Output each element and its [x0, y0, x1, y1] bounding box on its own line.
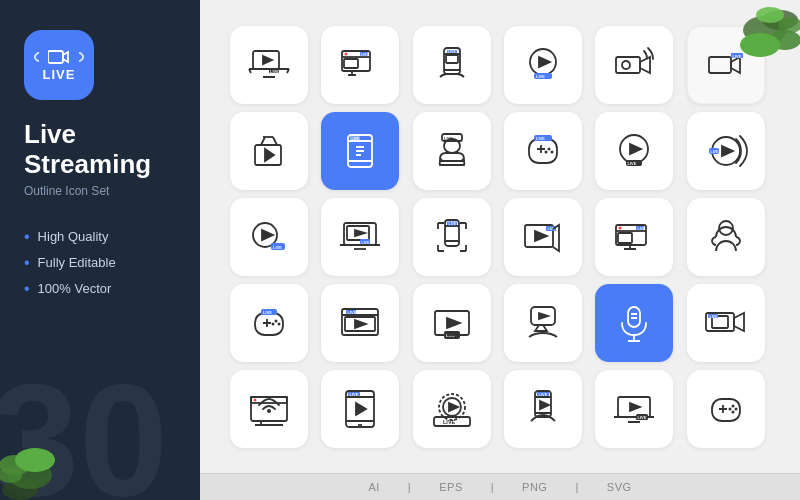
svg-point-9: [740, 33, 780, 57]
subtitle: Outline Icon Set: [24, 184, 176, 198]
svg-marker-119: [630, 403, 640, 411]
icon-monitor-circle: LIVE: [595, 112, 673, 190]
icon-hand-speech-live: [504, 284, 582, 362]
svg-text:LIVE: LIVE: [273, 244, 282, 249]
svg-marker-37: [265, 149, 274, 161]
feature-item-3: 100% Vector: [24, 280, 176, 298]
svg-text:LIVE: LIVE: [628, 161, 637, 166]
wave-right-icon: [72, 49, 86, 63]
icon-circle-border-live: LIVE: [413, 370, 491, 448]
plant-bottom-svg: [0, 420, 80, 500]
title-block: Live Streaming Outline Icon Set: [24, 120, 176, 198]
icon-laptop-video-live: LIVE: [321, 198, 399, 276]
left-panel: 30 LIVE Live Streaming Outline Icon Set …: [0, 0, 200, 500]
icon-monitor-live-label: LIVE: [413, 284, 491, 362]
icon-video-play-tag: LIVE: [504, 198, 582, 276]
svg-point-45: [551, 150, 554, 153]
svg-text:LIVE: LIVE: [536, 135, 545, 140]
icon-laptop-play-small: LIVE: [595, 370, 673, 448]
svg-text:LIVE: LIVE: [263, 309, 272, 314]
svg-point-77: [619, 226, 622, 229]
icon-play-circle-tag: LIVE: [230, 198, 308, 276]
plant-top-decoration: [710, 0, 800, 90]
format-eps: EPS: [439, 481, 463, 493]
svg-rect-95: [628, 307, 640, 327]
svg-text:LIVE: LIVE: [362, 240, 370, 244]
app-logo: LIVE: [24, 30, 94, 100]
svg-text:LIVE: LIVE: [638, 226, 646, 230]
svg-point-102: [267, 409, 271, 413]
icon-tablet-video: LIVE: [321, 370, 399, 448]
svg-text:LIVE: LIVE: [270, 69, 279, 74]
format-svg: SVG: [607, 481, 632, 493]
svg-point-4: [15, 448, 55, 472]
icon-wifi-circle-live: LIVE: [687, 112, 765, 190]
format-bar: AI | EPS | PNG | SVG: [200, 473, 800, 500]
svg-rect-74: [618, 233, 632, 243]
svg-marker-30: [640, 57, 650, 73]
right-panel: LIVE LIVE: [200, 0, 800, 500]
plant-bottom-decoration: [0, 420, 80, 500]
svg-point-44: [548, 147, 551, 150]
format-separator-2: |: [491, 481, 494, 493]
svg-text:LIVE: LIVE: [352, 137, 360, 141]
svg-marker-50: [630, 144, 641, 154]
svg-point-31: [622, 61, 630, 69]
svg-point-104: [254, 398, 257, 401]
icon-monitor-live: LIVE: [321, 26, 399, 104]
svg-rect-22: [446, 55, 458, 63]
icon-tv-antenna: [230, 112, 308, 190]
svg-point-123: [734, 407, 737, 410]
icon-camera-monitor-live: LIVE: [687, 284, 765, 362]
svg-text:LIVE: LIVE: [638, 415, 647, 420]
svg-marker-115: [540, 401, 549, 409]
svg-marker-13: [263, 56, 272, 64]
icon-hand-live: LIVE: [413, 112, 491, 190]
svg-text:LIVE: LIVE: [448, 222, 456, 226]
format-separator-1: |: [408, 481, 411, 493]
svg-point-20: [345, 52, 348, 55]
svg-point-11: [756, 7, 784, 23]
icon-headset-person: [687, 198, 765, 276]
logo-camera-row: [34, 49, 84, 65]
icon-monitor-wifi-live: [230, 370, 308, 448]
svg-marker-90: [447, 318, 460, 328]
format-ai: AI: [368, 481, 379, 493]
svg-point-79: [275, 319, 278, 322]
svg-marker-94: [539, 313, 548, 319]
svg-text:LIVE: LIVE: [443, 419, 456, 425]
format-separator-3: |: [575, 481, 578, 493]
svg-point-125: [731, 410, 734, 413]
icon-mobile-hand-live: LIVE: [413, 26, 491, 104]
icon-monitor-play: LIVE: [321, 284, 399, 362]
icon-tablet-live-blue: LIVE: [321, 112, 399, 190]
icons-grid: LIVE LIVE: [230, 26, 770, 448]
main-title: Live Streaming: [24, 120, 176, 180]
icon-microphone-live-blue: [595, 284, 673, 362]
svg-marker-54: [722, 146, 733, 156]
svg-text:LIVE: LIVE: [444, 135, 453, 140]
wave-left-icon: [32, 49, 46, 63]
icon-circle-play: LIVE: [504, 26, 582, 104]
svg-text:LIVE: LIVE: [710, 149, 718, 153]
svg-text:LIVE: LIVE: [348, 310, 357, 315]
svg-marker-86: [355, 320, 366, 328]
icon-camera-wifi: [595, 26, 673, 104]
svg-text:LIVE: LIVE: [361, 53, 369, 57]
svg-marker-70: [535, 231, 547, 241]
format-png: PNG: [522, 481, 547, 493]
features-list: High Quality Fully Editable 100% Vector: [24, 228, 176, 306]
svg-point-124: [728, 407, 731, 410]
feature-item-1: High Quality: [24, 228, 176, 246]
svg-text:LIVE: LIVE: [539, 392, 548, 397]
logo-live-text: LIVE: [43, 67, 76, 82]
icon-gamepad-live: LIVE: [504, 112, 582, 190]
svg-marker-63: [355, 230, 365, 236]
svg-point-122: [731, 404, 734, 407]
svg-text:LIVE: LIVE: [709, 314, 717, 318]
svg-marker-106: [356, 403, 366, 415]
svg-rect-0: [48, 51, 63, 63]
svg-point-81: [272, 322, 275, 325]
plant-top-svg: [710, 0, 800, 90]
svg-marker-26: [539, 57, 550, 67]
